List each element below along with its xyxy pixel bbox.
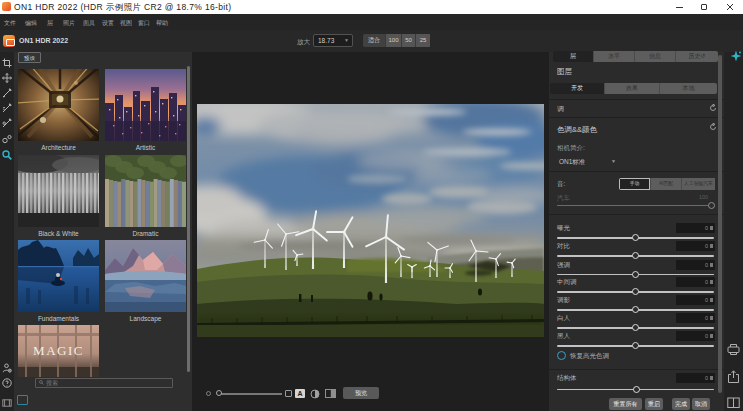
svg-text:MAGIC: MAGIC: [33, 343, 84, 358]
